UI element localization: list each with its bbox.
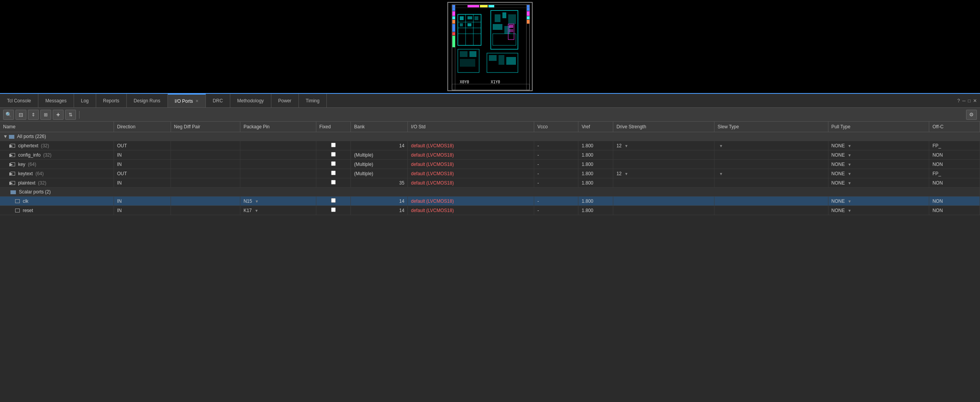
- fixed-checkbox-plaintext[interactable]: [331, 180, 336, 185]
- table-row[interactable]: ▶ ciphertext (32) OUT 14 default (LVCMOS…: [0, 141, 980, 150]
- tab-messages[interactable]: Messages: [38, 94, 74, 107]
- row-pull-clk: NONE ▼: [828, 197, 929, 206]
- col-header-pull[interactable]: Pull Type: [828, 122, 929, 132]
- tab-design-runs[interactable]: Design Runs: [127, 94, 168, 107]
- row-pkg-pin-clk[interactable]: N15 ▼: [240, 197, 316, 206]
- table-row[interactable]: ▶ config_info (32) IN (Multiple) default…: [0, 150, 980, 160]
- sort-button[interactable]: ⇅: [65, 110, 76, 120]
- col-header-direction[interactable]: Direction: [114, 122, 171, 132]
- pull-dropdown-ciphertext[interactable]: ▼: [848, 144, 852, 148]
- col-header-off[interactable]: Off-C: [929, 122, 980, 132]
- bus-icon: [10, 162, 15, 166]
- tab-io-ports[interactable]: I/O Ports ✕: [168, 94, 206, 107]
- close-panel-icon[interactable]: ✕: [973, 98, 977, 104]
- filter-button[interactable]: ⊟: [16, 110, 26, 120]
- row-name-ciphertext[interactable]: ▶ ciphertext (32): [0, 141, 114, 150]
- row-name-plaintext[interactable]: ▶ plaintext (32): [0, 178, 114, 188]
- row-vref-plaintext: 1.800: [578, 178, 613, 188]
- scalar-ports-folder-icon: [10, 190, 16, 194]
- tab-methodology[interactable]: Methodology: [230, 94, 271, 107]
- fixed-checkbox-clk[interactable]: [331, 198, 336, 203]
- col-header-slew[interactable]: Slew Type: [714, 122, 828, 132]
- pull-dropdown-keytext[interactable]: ▼: [848, 172, 852, 176]
- scalar-ports-expand-arrow[interactable]: ▼: [3, 189, 9, 195]
- settings-button[interactable]: ⚙: [966, 110, 977, 120]
- table-row[interactable]: ▶ keytext (64) OUT (Multiple) default (L…: [0, 169, 980, 178]
- table-row[interactable]: ▶ plaintext (32) IN 35 default (LVCMOS18…: [0, 178, 980, 188]
- pkg-pin-dropdown-clk[interactable]: ▼: [255, 199, 259, 204]
- col-header-drive[interactable]: Drive Strength: [613, 122, 714, 132]
- col-header-vcco[interactable]: Vcco: [534, 122, 578, 132]
- pull-dropdown-config-info[interactable]: ▼: [848, 153, 852, 157]
- fixed-checkbox-keytext[interactable]: [331, 171, 336, 175]
- row-name-reset[interactable]: reset: [0, 206, 114, 215]
- minimize-icon[interactable]: ─: [962, 98, 966, 104]
- row-slew-config-info: [714, 150, 828, 160]
- row-vcco-keytext: -: [534, 169, 578, 178]
- search-button[interactable]: 🔍: [3, 110, 14, 120]
- col-header-neg-diff[interactable]: Neg Diff Pair: [171, 122, 240, 132]
- pull-dropdown-reset[interactable]: ▼: [848, 209, 852, 213]
- tab-reports[interactable]: Reports: [96, 94, 127, 107]
- row-name-config-info[interactable]: ▶ config_info (32): [0, 150, 114, 160]
- row-off-keytext: FP_: [929, 169, 980, 178]
- fixed-checkbox-ciphertext[interactable]: [331, 143, 336, 147]
- tab-io-ports-label: I/O Ports: [175, 98, 193, 104]
- row-neg-diff-clk: [171, 197, 240, 206]
- table-row[interactable]: reset IN K17 ▼ 14 default (LVCMOS18) - 1…: [0, 206, 980, 215]
- pull-dropdown-plaintext[interactable]: ▼: [848, 181, 852, 185]
- fixed-checkbox-reset[interactable]: [331, 207, 336, 212]
- col-header-vref[interactable]: Vref: [578, 122, 613, 132]
- tab-spacer: [327, 94, 954, 107]
- collapse-button[interactable]: ⇕: [28, 110, 39, 120]
- row-off-reset: NON: [929, 206, 980, 215]
- all-ports-expand-arrow[interactable]: ▼: [3, 134, 8, 139]
- row-name-key[interactable]: ▶ key (64): [0, 160, 114, 169]
- fixed-checkbox-config-info[interactable]: [331, 152, 336, 157]
- drive-dropdown-ciphertext[interactable]: ▼: [625, 144, 628, 148]
- row-vref-keytext: 1.800: [578, 169, 613, 178]
- row-name-keytext[interactable]: ▶ keytext (64): [0, 169, 114, 178]
- row-name-clk[interactable]: clk: [0, 197, 114, 206]
- col-header-pkg-pin[interactable]: Package Pin: [240, 122, 316, 132]
- row-fixed-clk[interactable]: [316, 197, 351, 206]
- col-header-name[interactable]: Name: [0, 122, 114, 132]
- row-fixed-key[interactable]: [316, 160, 351, 169]
- row-fixed-reset[interactable]: [316, 206, 351, 215]
- col-header-io-std[interactable]: I/O Std: [408, 122, 534, 132]
- tab-tcl-console[interactable]: Tcl Console: [0, 94, 38, 107]
- group-all-ports-label[interactable]: ▼ All ports (226): [0, 132, 980, 141]
- fixed-checkbox-key[interactable]: [331, 161, 336, 166]
- tab-log[interactable]: Log: [74, 94, 96, 107]
- svg-rect-25: [460, 16, 464, 20]
- tab-power[interactable]: Power: [271, 94, 299, 107]
- restore-icon[interactable]: □: [968, 98, 971, 104]
- group-all-ports[interactable]: ▼ All ports (226): [0, 132, 980, 141]
- io-ports-table-container[interactable]: Name Direction Neg Diff Pair Package Pin…: [0, 122, 980, 402]
- tab-drc[interactable]: DRC: [206, 94, 230, 107]
- row-fixed-keytext[interactable]: [316, 169, 351, 178]
- toolbar-separator: [79, 111, 79, 119]
- row-drive-key: [613, 160, 714, 169]
- help-icon[interactable]: ?: [958, 98, 960, 104]
- row-fixed-config-info[interactable]: [316, 150, 351, 160]
- col-header-fixed[interactable]: Fixed: [316, 122, 351, 132]
- pkg-pin-dropdown-reset[interactable]: ▼: [255, 209, 259, 213]
- row-pkg-pin-reset[interactable]: K17 ▼: [240, 206, 316, 215]
- group-button[interactable]: ⊞: [40, 110, 51, 120]
- pull-dropdown-key[interactable]: ▼: [848, 162, 852, 167]
- tab-timing[interactable]: Timing: [299, 94, 327, 107]
- table-row[interactable]: ▶ key (64) IN (Multiple) default (LVCMOS…: [0, 160, 980, 169]
- group-scalar-ports-label[interactable]: ▼ Scalar ports (2): [0, 188, 980, 197]
- table-row[interactable]: clk IN N15 ▼ 14 default (LVCMOS18) - 1.8…: [0, 197, 980, 206]
- row-fixed-ciphertext[interactable]: [316, 141, 351, 150]
- group-scalar-ports[interactable]: ▼ Scalar ports (2): [0, 188, 980, 197]
- slew-dropdown-ciphertext[interactable]: ▼: [719, 144, 723, 148]
- row-fixed-plaintext[interactable]: [316, 178, 351, 188]
- drive-dropdown-keytext[interactable]: ▼: [625, 172, 628, 176]
- col-header-bank[interactable]: Bank: [351, 122, 408, 132]
- pull-dropdown-clk[interactable]: ▼: [848, 199, 852, 204]
- tab-io-ports-close[interactable]: ✕: [195, 99, 198, 103]
- slew-dropdown-keytext[interactable]: ▼: [719, 172, 723, 176]
- add-button[interactable]: +: [53, 110, 64, 120]
